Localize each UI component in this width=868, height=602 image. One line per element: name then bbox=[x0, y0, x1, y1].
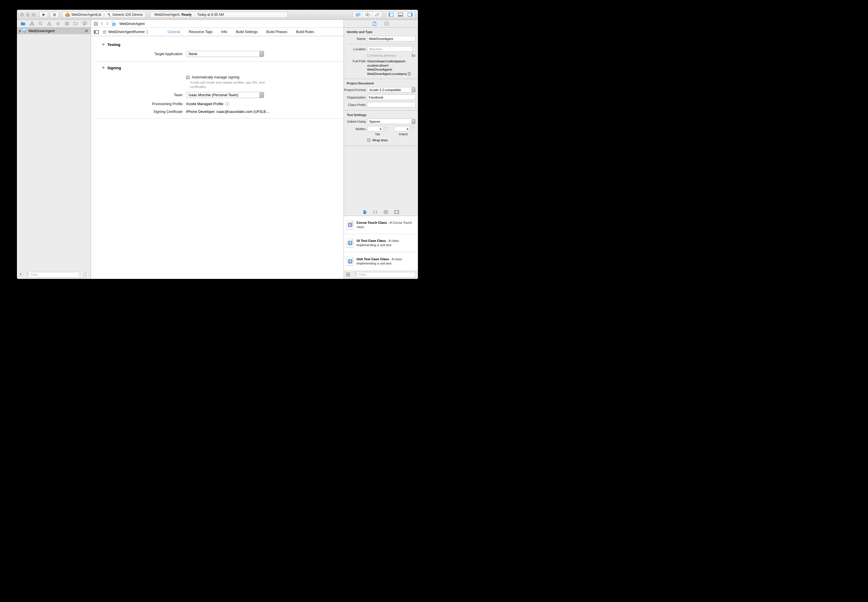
version-editor-button[interactable] bbox=[372, 12, 382, 18]
file-template-library-icon[interactable] bbox=[363, 210, 367, 214]
assistant-editor-button[interactable] bbox=[363, 12, 372, 18]
project-format-popup[interactable]: Xcode 3.2-compatible bbox=[367, 87, 416, 92]
tab-info[interactable]: Info bbox=[221, 30, 227, 34]
test-navigator-tab[interactable] bbox=[56, 22, 60, 26]
target-selector[interactable]: WebDriverAgentRunner bbox=[103, 30, 148, 34]
library-tab-bar bbox=[344, 209, 418, 216]
issue-navigator-tab[interactable] bbox=[47, 22, 51, 26]
auto-signing-note: Xcode will create and update profiles, a… bbox=[190, 80, 268, 89]
stepper-icon[interactable] bbox=[384, 126, 388, 132]
scheme-selector[interactable]: WebDriverAgentLib Generic iOS Device bbox=[62, 12, 146, 18]
play-icon bbox=[42, 13, 45, 16]
quick-help-tab-icon[interactable]: ? bbox=[384, 21, 389, 26]
standard-editor-button[interactable] bbox=[353, 12, 363, 18]
debug-navigator-tab[interactable] bbox=[65, 22, 69, 25]
containing-directory-row: Containing directory bbox=[344, 54, 418, 57]
back-icon[interactable] bbox=[101, 22, 103, 26]
stop-button[interactable] bbox=[50, 12, 59, 18]
close-window-button[interactable] bbox=[20, 13, 24, 16]
symbol-hierarchy-icon bbox=[30, 22, 34, 26]
stepper-icon[interactable] bbox=[411, 126, 415, 132]
debug-area-toggle-button[interactable] bbox=[396, 12, 405, 18]
run-button[interactable] bbox=[39, 12, 48, 18]
indent-width-field[interactable]: 4 bbox=[394, 126, 410, 132]
navigator-toggle-button[interactable] bbox=[386, 12, 396, 18]
zoom-window-button[interactable] bbox=[32, 13, 35, 16]
disclosure-triangle-icon[interactable] bbox=[19, 29, 21, 32]
class-prefix-field[interactable] bbox=[367, 102, 416, 108]
tab-build-settings[interactable]: Build Settings bbox=[236, 30, 258, 34]
utilities-toggle-button[interactable] bbox=[405, 12, 415, 18]
section-disclosure-icon[interactable] bbox=[102, 67, 105, 69]
filter-icon bbox=[354, 273, 358, 276]
xcode-window: WebDriverAgentLib Generic iOS Device Web… bbox=[17, 10, 418, 279]
tab-build-phases[interactable]: Build Phases bbox=[266, 30, 287, 34]
navigator-filter-field[interactable]: Filter bbox=[24, 272, 89, 278]
wrap-lines-checkbox[interactable] bbox=[367, 138, 370, 142]
list-item[interactable]: T UI Test Case Class - A class implement… bbox=[344, 234, 418, 252]
media-library-icon[interactable] bbox=[394, 210, 399, 214]
list-item[interactable]: C Cocoa Touch Class - A Cocoa Touch clas… bbox=[344, 216, 418, 234]
report-navigator-tab[interactable] bbox=[83, 22, 87, 26]
related-items-icon[interactable] bbox=[94, 22, 98, 26]
tab-resource-tags[interactable]: Resource Tags bbox=[189, 30, 213, 34]
source-control-status-icon[interactable] bbox=[83, 273, 87, 276]
test-diamond-icon bbox=[56, 22, 60, 26]
template-description: Unit Test Case Class - A class implement… bbox=[357, 257, 415, 266]
forward-icon[interactable] bbox=[106, 22, 109, 26]
library-filter-field[interactable]: Filter bbox=[352, 272, 416, 278]
organization-field[interactable]: Facebook bbox=[367, 95, 416, 100]
object-library-icon[interactable] bbox=[384, 210, 388, 214]
tab-width-field[interactable]: 4 bbox=[367, 126, 383, 132]
location-popup[interactable]: Absolute bbox=[367, 46, 416, 52]
add-button[interactable]: + bbox=[19, 272, 22, 276]
auto-signing-checkbox[interactable] bbox=[186, 75, 190, 79]
navigator-sidebar: A WebDriverAgent M + Filter bbox=[17, 20, 91, 279]
signing-section-header[interactable]: Signing bbox=[102, 66, 344, 70]
tab-general[interactable]: General bbox=[167, 30, 180, 34]
open-path-arrow-icon[interactable] bbox=[407, 72, 411, 76]
indent-caption: Indent bbox=[393, 132, 413, 136]
updown-chevrons-icon bbox=[146, 30, 148, 34]
status-state: Ready bbox=[181, 13, 192, 17]
search-icon bbox=[38, 22, 43, 26]
minimize-window-button[interactable] bbox=[26, 13, 29, 16]
find-navigator-tab[interactable] bbox=[38, 22, 43, 26]
team-popup[interactable]: Isaac Murchie (Personal Team) bbox=[186, 92, 264, 98]
name-field[interactable]: WebDriverAgent bbox=[367, 36, 416, 41]
wrap-lines-row: Wrap lines bbox=[344, 138, 418, 142]
text-settings-header: Text Settings bbox=[347, 113, 418, 117]
indent-using-popup[interactable]: Spaces bbox=[367, 118, 416, 124]
editor-tabs: General Resource Tags Info Build Setting… bbox=[167, 30, 314, 34]
list-item[interactable]: T Unit Test Case Class - A class impleme… bbox=[344, 252, 418, 270]
auto-signing-label: Automatically manage signing bbox=[192, 75, 239, 79]
version-editor-icon bbox=[375, 13, 380, 17]
grid-view-icon[interactable] bbox=[346, 273, 350, 276]
tab-build-rules[interactable]: Build Rules bbox=[296, 30, 314, 34]
general-pane: Testing Target Application None bbox=[91, 36, 344, 279]
file-template-icon: C bbox=[347, 221, 354, 229]
project-row[interactable]: A WebDriverAgent M bbox=[17, 28, 91, 34]
editor-mode-group bbox=[353, 11, 382, 18]
jump-bar-title[interactable]: WebDriverAgent bbox=[119, 22, 145, 26]
file-inspector-tab-icon[interactable] bbox=[373, 22, 376, 26]
section-disclosure-icon[interactable] bbox=[102, 44, 105, 46]
popup-stepper-icon bbox=[412, 87, 415, 92]
scheme-destination: Generic iOS Device bbox=[113, 13, 143, 17]
symbol-navigator-tab[interactable] bbox=[30, 22, 34, 26]
window-content: A WebDriverAgent M + Filter bbox=[17, 20, 418, 279]
code-snippet-library-icon[interactable] bbox=[373, 210, 377, 214]
recent-files-clock-icon[interactable] bbox=[78, 273, 82, 276]
status-time: Today at 8:35 AM bbox=[197, 13, 224, 17]
team-label: Team bbox=[91, 93, 182, 97]
modified-badge: M bbox=[85, 29, 88, 33]
document-items-toggle-icon[interactable] bbox=[94, 30, 99, 34]
testing-section-header[interactable]: Testing bbox=[102, 43, 344, 47]
target-application-popup[interactable]: None bbox=[186, 51, 264, 57]
info-icon[interactable] bbox=[225, 102, 229, 106]
updown-chevrons-icon bbox=[412, 47, 414, 51]
choose-folder-icon[interactable] bbox=[411, 54, 416, 57]
jump-bar: A WebDriverAgent bbox=[91, 20, 344, 28]
breakpoint-navigator-tab[interactable] bbox=[73, 22, 78, 25]
project-navigator-tab[interactable] bbox=[21, 22, 25, 26]
